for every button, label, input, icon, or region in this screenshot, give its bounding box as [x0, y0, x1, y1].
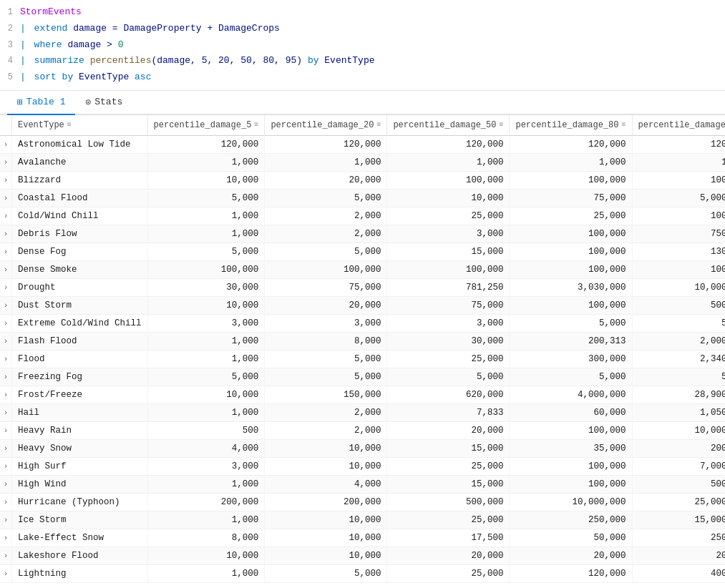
cell-numeric: 25,000,000	[632, 493, 725, 511]
col-label-p5: percentile_damage_5	[154, 120, 252, 130]
cell-numeric: 5,000	[387, 368, 510, 386]
cell-numeric: 10,000,000	[510, 493, 632, 511]
table-row: ›High Surf3,00010,00025,000100,0007,000,…	[0, 457, 725, 475]
cell-eventtype: Lightning	[12, 564, 148, 582]
col-header-p20: percentile_damage_20≡	[265, 115, 387, 136]
row-expander[interactable]: ›	[0, 153, 12, 171]
col-header-p5: percentile_damage_5≡	[147, 115, 265, 136]
cell-numeric: 200,000	[632, 439, 725, 457]
table-row: ›Cold/Wind Chill1,0002,00025,00025,00010…	[0, 207, 725, 225]
row-expander[interactable]: ›	[0, 350, 12, 368]
col-label-p50: percentile_damage_50	[393, 120, 496, 130]
cell-numeric: 1,000	[387, 153, 510, 171]
col-label-p20: percentile_damage_20	[271, 120, 374, 130]
row-expander[interactable]: ›	[0, 332, 12, 350]
filter-icon-p80[interactable]: ≡	[622, 121, 626, 129]
filter-icon-p20[interactable]: ≡	[376, 121, 381, 129]
table-row: ›Dense Smoke100,000100,000100,000100,000…	[0, 260, 725, 278]
cell-eventtype: Heavy Snow	[12, 439, 148, 457]
cell-eventtype: Astronomical Low Tide	[12, 135, 148, 153]
cell-numeric: 10,000	[387, 189, 510, 207]
cell-numeric: 15,000	[387, 439, 510, 457]
row-expander[interactable]: ›	[0, 207, 12, 225]
tab-stats[interactable]: ⊙Stats	[75, 91, 132, 115]
row-expander[interactable]: ›	[0, 475, 12, 493]
line-number: 3	[0, 39, 20, 52]
row-expander[interactable]: ›	[0, 529, 12, 547]
table-row: ›Lakeshore Flood10,00010,00020,00020,000…	[0, 547, 725, 564]
cell-eventtype: Hurricane (Typhoon)	[12, 493, 148, 511]
cell-numeric: 5,000	[510, 314, 632, 332]
code-line-2: 2| extend damage = DamageProperty + Dama…	[0, 21, 725, 37]
code-content: | where damage > 0	[20, 38, 725, 53]
col-header-p50: percentile_damage_50≡	[387, 115, 510, 136]
cell-eventtype: Lake-Effect Snow	[12, 529, 148, 547]
cell-numeric: 100,000	[510, 421, 632, 439]
table-row: ›Debris Flow1,0002,0003,000100,000750,00…	[0, 225, 725, 242]
cell-numeric: 1,000	[147, 475, 265, 493]
row-expander[interactable]: ›	[0, 314, 12, 332]
filter-icon-p50[interactable]: ≡	[499, 121, 503, 129]
cell-numeric: 5,000	[265, 564, 387, 582]
cell-numeric: 2,340,000	[632, 350, 725, 368]
row-expander[interactable]: ›	[0, 225, 12, 242]
cell-eventtype: Lakeshore Flood	[12, 547, 148, 564]
table-container[interactable]: EventType≡percentile_damage_5≡percentile…	[0, 115, 725, 583]
cell-eventtype: Extreme Cold/Wind Chill	[12, 314, 148, 332]
cell-numeric: 2,000	[265, 403, 387, 421]
row-expander[interactable]: ›	[0, 493, 12, 511]
row-expander[interactable]: ›	[0, 260, 12, 278]
row-expander[interactable]: ›	[0, 511, 12, 529]
cell-numeric: 120,000	[265, 135, 387, 153]
cell-numeric: 120,000	[510, 135, 632, 153]
row-expander[interactable]: ›	[0, 368, 12, 386]
cell-numeric: 1,000	[147, 332, 265, 350]
row-expander[interactable]: ›	[0, 171, 12, 189]
code-editor: 1StormEvents2| extend damage = DamagePro…	[0, 0, 725, 91]
table-row: ›Dust Storm10,00020,00075,000100,000500,…	[0, 296, 725, 314]
filter-icon-p5[interactable]: ≡	[254, 121, 258, 129]
row-expander[interactable]: ›	[0, 403, 12, 421]
col-header-expand	[0, 115, 12, 136]
table-row: ›Dense Fog5,0005,00015,000100,000130,000	[0, 242, 725, 260]
row-expander[interactable]: ›	[0, 564, 12, 582]
cell-numeric: 100,000	[632, 207, 725, 225]
cell-numeric: 100,000	[632, 260, 725, 278]
cell-numeric: 10,000	[265, 457, 387, 475]
row-expander[interactable]: ›	[0, 189, 12, 207]
cell-numeric: 200,000	[265, 493, 387, 511]
results-table: EventType≡percentile_damage_5≡percentile…	[0, 115, 725, 583]
row-expander[interactable]: ›	[0, 547, 12, 564]
table-row: ›Ice Storm1,00010,00025,000250,00015,000…	[0, 511, 725, 529]
filter-icon-EventType[interactable]: ≡	[67, 121, 72, 129]
cell-numeric: 20,000	[632, 547, 725, 564]
cell-numeric: 10,000	[147, 386, 265, 403]
cell-eventtype: High Surf	[12, 457, 148, 475]
cell-numeric: 20,000	[265, 296, 387, 314]
table-row: ›Avalanche1,0001,0001,0001,0001,000	[0, 153, 725, 171]
cell-eventtype: Frost/Freeze	[12, 386, 148, 403]
cell-numeric: 2,000	[265, 207, 387, 225]
row-expander[interactable]: ›	[0, 242, 12, 260]
table-row: ›Freezing Fog5,0005,0005,0005,0005,000	[0, 368, 725, 386]
cell-numeric: 75,000	[510, 189, 632, 207]
cell-numeric: 3,000	[387, 314, 510, 332]
row-expander[interactable]: ›	[0, 457, 12, 475]
cell-numeric: 100,000	[510, 260, 632, 278]
row-expander[interactable]: ›	[0, 386, 12, 403]
row-expander[interactable]: ›	[0, 421, 12, 439]
cell-numeric: 100,000	[510, 457, 632, 475]
tab-table1[interactable]: ⊞Table 1	[7, 91, 75, 115]
col-label-p95: percentile_damage_95	[638, 120, 725, 130]
cell-numeric: 7,833	[387, 403, 510, 421]
line-number: 1	[0, 6, 20, 19]
row-expander[interactable]: ›	[0, 439, 12, 457]
row-expander[interactable]: ›	[0, 296, 12, 314]
row-expander[interactable]: ›	[0, 135, 12, 153]
table-row: ›Coastal Flood5,0005,00010,00075,0005,00…	[0, 189, 725, 207]
row-expander[interactable]: ›	[0, 278, 12, 296]
cell-numeric: 2,000,000	[632, 332, 725, 350]
cell-numeric: 10,000	[147, 296, 265, 314]
table-row: ›Frost/Freeze10,000150,000620,0004,000,0…	[0, 386, 725, 403]
cell-numeric: 5,000	[632, 314, 725, 332]
